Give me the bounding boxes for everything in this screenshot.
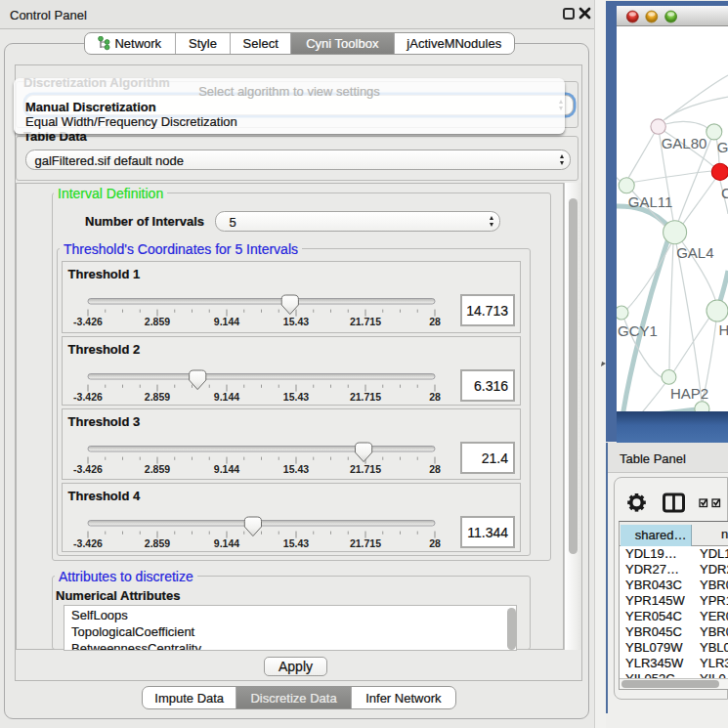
svg-text:21.715: 21.715 xyxy=(350,463,381,475)
svg-text:2.859: 2.859 xyxy=(145,463,170,475)
svg-text:-3.426: -3.426 xyxy=(73,391,103,403)
svg-text:2.859: 2.859 xyxy=(145,316,170,327)
svg-text:21.715: 21.715 xyxy=(350,316,381,327)
svg-text:21.715: 21.715 xyxy=(350,391,381,403)
svg-text:28: 28 xyxy=(429,463,441,475)
svg-text:-3.426: -3.426 xyxy=(73,316,103,327)
svg-text:28: 28 xyxy=(429,391,441,403)
svg-text:9.144: 9.144 xyxy=(214,463,239,475)
svg-text:-3.426: -3.426 xyxy=(73,537,103,549)
svg-text:15.43: 15.43 xyxy=(283,537,309,549)
svg-text:2.859: 2.859 xyxy=(145,391,170,403)
svg-text:GAL80: GAL80 xyxy=(662,135,707,151)
svg-text:GCY1: GCY1 xyxy=(618,322,658,339)
svg-text:2.859: 2.859 xyxy=(145,537,170,549)
svg-text:28: 28 xyxy=(429,316,441,327)
svg-text:C: C xyxy=(721,185,728,201)
svg-text:15.43: 15.43 xyxy=(283,316,309,327)
svg-text:-3.426: -3.426 xyxy=(73,463,103,475)
svg-text:21.715: 21.715 xyxy=(350,537,381,549)
svg-text:28: 28 xyxy=(429,537,441,549)
svg-text:15.43: 15.43 xyxy=(283,391,309,403)
svg-text:9.144: 9.144 xyxy=(214,537,239,549)
svg-text:9.144: 9.144 xyxy=(214,316,239,327)
svg-text:GA: GA xyxy=(717,139,728,155)
svg-text:15.43: 15.43 xyxy=(283,463,309,475)
svg-text:9.144: 9.144 xyxy=(214,391,239,403)
svg-text:HAP2: HAP2 xyxy=(670,385,708,402)
svg-text:GAL4: GAL4 xyxy=(676,244,713,261)
svg-text:H: H xyxy=(718,321,728,338)
svg-text:GAL11: GAL11 xyxy=(628,193,673,210)
